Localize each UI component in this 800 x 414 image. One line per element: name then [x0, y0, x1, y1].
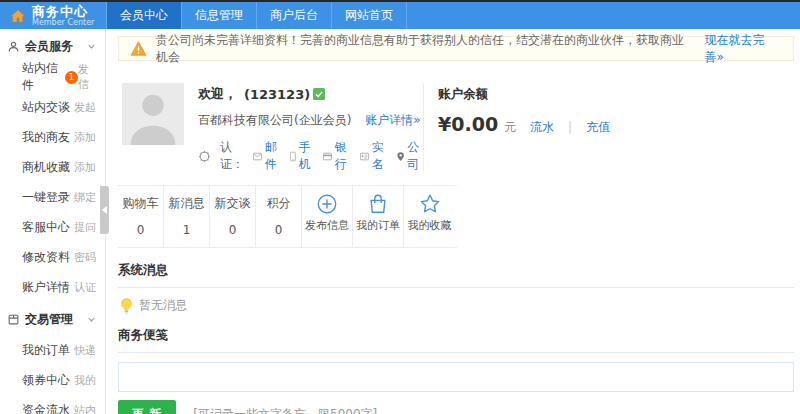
- shortcut-label: 我的收藏: [408, 218, 452, 233]
- account-detail-link[interactable]: 账户详情»: [365, 113, 420, 127]
- tab-member-center[interactable]: 会员中心: [106, 2, 181, 29]
- stat-value: 0: [210, 223, 255, 237]
- sidebar-item-favorites-biz[interactable]: 商机收藏 添加: [0, 152, 105, 182]
- shortcut-label: 我的订单: [356, 218, 400, 233]
- sidebar-section-title: 交易管理: [25, 311, 81, 328]
- complete-profile-link[interactable]: 现在就去完善»: [704, 32, 782, 66]
- sidebar-item-partners[interactable]: 我的商友 添加: [0, 122, 105, 152]
- star-icon: [419, 193, 441, 215]
- sidebar-section-trade-management[interactable]: 交易管理: [0, 302, 105, 335]
- memo-actions: 更 新 [可记录一些文字备忘，限5000字]: [118, 400, 794, 414]
- company-line: 百都科技有限公司(企业会员) 账户详情»: [198, 112, 423, 129]
- main-nav: 会员中心 信息管理 商户后台 网站首页: [106, 2, 407, 29]
- certification-line: 认证： 邮件 手机 银行 实名: [198, 139, 423, 173]
- publish-info-button[interactable]: 发布信息: [302, 186, 353, 247]
- company-name: 百都科技有限公司(企业会员): [198, 113, 351, 127]
- memo-textarea[interactable]: [118, 362, 794, 392]
- shopping-bag-icon: [367, 193, 389, 215]
- sidebar-item-chat[interactable]: 站内交谈 发起: [0, 92, 105, 122]
- collapse-left-arrow-icon: [102, 206, 107, 214]
- stat-label: 积分: [256, 195, 301, 212]
- stat-points[interactable]: 积分 0: [256, 186, 302, 247]
- mail-icon-label: 邮件: [265, 139, 281, 173]
- sidebar-item-action[interactable]: 提问: [74, 220, 96, 235]
- sidebar-item-action[interactable]: 添加: [74, 130, 96, 145]
- recharge-link[interactable]: 充值: [586, 119, 610, 136]
- username: (123123): [244, 87, 310, 102]
- tab-site-home[interactable]: 网站首页: [331, 2, 407, 29]
- user-icon: [7, 40, 20, 53]
- my-orders-button[interactable]: 我的订单: [353, 186, 404, 247]
- sidebar-section-member-services[interactable]: 会员服务: [0, 29, 105, 62]
- sidebar: 会员服务 站内信件 1 发信 站内交谈 发起 我的商友 添加 商机收藏 添加 一…: [0, 29, 106, 414]
- chevron-down-icon[interactable]: [86, 314, 97, 325]
- sidebar-item-action[interactable]: 认证: [74, 280, 96, 295]
- flow-link[interactable]: 流水: [530, 119, 554, 136]
- sidebar-item-edit-profile[interactable]: 修改资料 密码: [0, 242, 105, 272]
- avatar[interactable]: [122, 83, 184, 145]
- app-logo[interactable]: 商务中心 Member Center: [0, 2, 106, 29]
- stat-label: 购物车: [118, 195, 163, 212]
- logo-subtitle: Member Center: [32, 18, 94, 27]
- cert-phone-link[interactable]: 手机: [290, 139, 314, 173]
- sidebar-item-action[interactable]: 快递: [74, 343, 96, 358]
- sidebar-item-coupons[interactable]: 领券中心 我的: [0, 365, 105, 395]
- balance-title: 账户余额: [438, 86, 792, 103]
- sidebar-collapse-handle[interactable]: [100, 186, 109, 234]
- shortcut-label: 发布信息: [305, 218, 349, 233]
- sidebar-item-label: 站内信件: [22, 60, 62, 94]
- sidebar-item-label: 我的订单: [22, 342, 70, 359]
- memo-hint: [可记录一些文字备忘，限5000字]: [193, 406, 377, 414]
- sidebar-item-action[interactable]: 站内: [74, 403, 96, 414]
- stat-label: 新消息: [164, 195, 209, 212]
- welcome-label: 欢迎，: [198, 85, 237, 103]
- system-messages-empty: 暂无消息: [118, 288, 794, 322]
- sidebar-item-action[interactable]: 绑定: [74, 190, 96, 205]
- sidebar-item-label: 领券中心: [22, 372, 70, 389]
- profile-section: 欢迎， (123123) 百都科技有限公司(企业会员) 账户详情» 认证：: [118, 73, 794, 177]
- cert-email-link[interactable]: 邮件: [253, 139, 281, 173]
- sidebar-item-action[interactable]: 发信: [78, 62, 96, 92]
- empty-message-text: 暂无消息: [139, 297, 187, 314]
- sidebar-item-action[interactable]: 发起: [74, 100, 96, 115]
- balance-line: ¥0.00 元 流水 | 充值: [438, 113, 792, 136]
- package-icon: [7, 313, 20, 326]
- tab-merchant-backend[interactable]: 商户后台: [256, 2, 331, 29]
- bulb-icon: [120, 298, 133, 314]
- stats-bar: 购物车 0 新消息 1 新交谈 0 积分 0 发布信息: [118, 185, 457, 248]
- sidebar-item-action[interactable]: 我的: [74, 373, 96, 388]
- sidebar-item-label: 资金流水: [22, 402, 70, 414]
- cert-realname-link[interactable]: 实名: [360, 139, 388, 173]
- stat-cart[interactable]: 购物车 0: [118, 186, 164, 247]
- update-button[interactable]: 更 新: [118, 400, 176, 414]
- tab-info-management[interactable]: 信息管理: [181, 2, 256, 29]
- sidebar-item-action[interactable]: 添加: [74, 160, 96, 175]
- sidebar-item-action[interactable]: 密码: [74, 250, 96, 265]
- sidebar-item-support[interactable]: 客服中心 提问: [0, 212, 105, 242]
- stat-value: 0: [118, 223, 163, 237]
- main-content: 贵公司尚未完善详细资料！完善的商业信息有助于获得别人的信任，结交潜在的商业伙伴，…: [107, 29, 800, 414]
- sidebar-section-title: 会员服务: [25, 38, 81, 55]
- link-separator: |: [568, 120, 572, 134]
- stat-new-messages[interactable]: 新消息 1: [164, 186, 210, 247]
- certification-label: 认证：: [220, 139, 244, 173]
- sidebar-item-mail[interactable]: 站内信件 1 发信: [0, 62, 105, 92]
- cert-company-link[interactable]: 公司: [397, 139, 423, 173]
- id-card-icon-label: 实名: [372, 139, 388, 173]
- cert-bank-link[interactable]: 银行: [323, 139, 351, 173]
- sidebar-item-fund-flow[interactable]: 资金流水 站内: [0, 395, 105, 414]
- home-icon: [10, 8, 26, 24]
- chevron-down-icon[interactable]: [86, 41, 97, 52]
- balance-amount: ¥0.00: [438, 113, 498, 135]
- stat-new-chats[interactable]: 新交谈 0: [210, 186, 256, 247]
- sidebar-item-orders[interactable]: 我的订单 快递: [0, 335, 105, 365]
- sidebar-item-one-key-login[interactable]: 一键登录 绑定: [0, 182, 105, 212]
- sidebar-item-account-detail[interactable]: 账户详情 认证: [0, 272, 105, 302]
- balance-unit: 元: [504, 119, 516, 136]
- notice-text: 贵公司尚未完善详细资料！完善的商业信息有助于获得别人的信任，结交潜在的商业伙伴，…: [156, 32, 695, 66]
- sidebar-item-label: 商机收藏: [22, 159, 70, 176]
- sidebar-item-label: 账户详情: [22, 279, 70, 296]
- my-favorites-button[interactable]: 我的收藏: [404, 186, 455, 247]
- profile-info: 欢迎， (123123) 百都科技有限公司(企业会员) 账户详情» 认证：: [198, 83, 423, 173]
- welcome-line: 欢迎， (123123): [198, 85, 423, 103]
